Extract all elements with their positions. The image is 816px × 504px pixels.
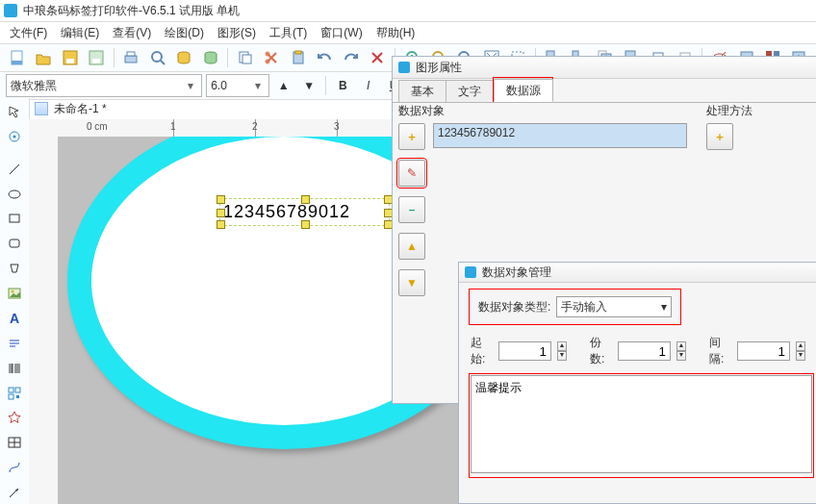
data-object-list-item[interactable]: 123456789012 bbox=[433, 123, 687, 148]
print-preview-button[interactable] bbox=[146, 46, 168, 69]
font-size-down-button[interactable]: ▼ bbox=[298, 74, 319, 97]
svg-line-9 bbox=[161, 61, 165, 64]
svg-point-78 bbox=[12, 290, 14, 293]
remove-data-button[interactable]: － bbox=[398, 196, 425, 223]
database-button[interactable] bbox=[173, 46, 195, 69]
window-titlebar: 中琅条码标签打印软件-V6.5.1 试用版 单机 bbox=[0, 0, 816, 22]
arrow-up-icon: ▲ bbox=[406, 239, 418, 253]
svg-rect-17 bbox=[295, 51, 301, 54]
tool-curve[interactable] bbox=[3, 456, 26, 479]
count-spinner[interactable]: ▲▼ bbox=[676, 341, 686, 361]
count-input[interactable] bbox=[618, 341, 671, 361]
side-toolbox: A bbox=[0, 98, 30, 504]
process-method-label: 处理方法 bbox=[706, 103, 810, 119]
menu-window[interactable]: 窗口(W) bbox=[315, 23, 368, 43]
separator bbox=[114, 48, 115, 67]
resize-handle[interactable] bbox=[301, 195, 310, 204]
properties-title-text: 图形属性 bbox=[416, 60, 462, 76]
move-up-button[interactable]: ▲ bbox=[398, 233, 425, 260]
resize-handle[interactable] bbox=[217, 195, 225, 204]
arrow-down-icon: ▼ bbox=[406, 276, 418, 290]
tool-target[interactable] bbox=[3, 125, 26, 148]
font-family-value: 微软雅黑 bbox=[11, 78, 57, 94]
tip-textarea[interactable] bbox=[471, 375, 812, 473]
menu-help[interactable]: 帮助(H) bbox=[370, 23, 421, 43]
menu-shape[interactable]: 图形(S) bbox=[212, 23, 262, 43]
undo-button[interactable] bbox=[314, 46, 336, 69]
tool-line[interactable] bbox=[3, 158, 26, 181]
properties-dialog-title[interactable]: 图形属性 bbox=[393, 57, 816, 79]
tool-pointer[interactable] bbox=[3, 100, 26, 123]
paste-button[interactable] bbox=[287, 46, 309, 69]
tool-star[interactable] bbox=[3, 406, 26, 429]
count-label: 份数: bbox=[590, 335, 612, 367]
save-as-button[interactable] bbox=[85, 46, 107, 69]
menu-edit[interactable]: 编辑(E) bbox=[55, 23, 105, 43]
document-tab-title[interactable]: 未命名-1 * bbox=[54, 101, 107, 117]
start-input[interactable] bbox=[498, 341, 551, 361]
svg-line-73 bbox=[10, 164, 19, 174]
start-spinner[interactable]: ▲▼ bbox=[557, 341, 567, 361]
svg-rect-13 bbox=[242, 55, 251, 63]
redo-button[interactable] bbox=[340, 46, 362, 69]
start-label: 起始: bbox=[471, 335, 493, 367]
dropdown-icon: ▾ bbox=[661, 300, 667, 314]
tool-richtext[interactable] bbox=[3, 332, 26, 355]
move-down-button[interactable]: ▼ bbox=[398, 269, 425, 296]
selection-rect bbox=[219, 198, 390, 226]
gap-label: 间隔: bbox=[709, 335, 731, 367]
data-type-select[interactable]: 手动输入 ▾ bbox=[556, 296, 672, 317]
cut-button[interactable] bbox=[261, 46, 283, 69]
tab-basic[interactable]: 基本 bbox=[398, 80, 446, 102]
add-process-button[interactable]: ＋ bbox=[706, 123, 733, 150]
gap-input[interactable] bbox=[737, 341, 790, 361]
font-family-select[interactable]: 微软雅黑 ▾ bbox=[6, 74, 202, 97]
menu-view[interactable]: 查看(V) bbox=[107, 23, 157, 43]
gap-spinner[interactable]: ▲▼ bbox=[796, 341, 805, 361]
tool-arrow[interactable] bbox=[3, 481, 26, 504]
data-object-manage-title[interactable]: 数据对象管理 bbox=[459, 263, 816, 283]
tool-roundrect[interactable] bbox=[3, 232, 26, 255]
resize-handle[interactable] bbox=[217, 220, 225, 229]
tool-text[interactable]: A bbox=[3, 307, 26, 330]
font-size-up-button[interactable]: ▲ bbox=[273, 74, 294, 97]
menu-file[interactable]: 文件(F) bbox=[4, 23, 53, 43]
edit-data-button[interactable]: ✎ bbox=[398, 160, 425, 187]
tool-image[interactable] bbox=[3, 282, 26, 305]
database2-button[interactable] bbox=[199, 46, 221, 69]
svg-rect-79 bbox=[9, 388, 13, 392]
new-file-button[interactable] bbox=[6, 46, 28, 69]
tool-table[interactable] bbox=[3, 431, 26, 454]
data-type-label: 数据对象类型: bbox=[478, 299, 550, 315]
data-object-manage-dialog[interactable]: 数据对象管理 数据对象类型: 手动输入 ▾ 起始: ▲▼ 份数: ▲▼ 间隔: … bbox=[458, 262, 816, 504]
menu-draw[interactable]: 绘图(D) bbox=[159, 23, 210, 43]
tab-text[interactable]: 文字 bbox=[446, 80, 494, 102]
resize-handle[interactable] bbox=[217, 209, 225, 217]
save-button[interactable] bbox=[59, 46, 81, 69]
menu-tool[interactable]: 工具(T) bbox=[264, 23, 313, 43]
data-type-value: 手动输入 bbox=[561, 299, 607, 315]
copy-button[interactable] bbox=[234, 46, 256, 69]
tool-rect[interactable] bbox=[3, 207, 26, 230]
dialog-icon bbox=[465, 266, 476, 278]
tool-barcode[interactable] bbox=[3, 357, 26, 380]
highlight-box: 数据源 bbox=[493, 77, 553, 102]
open-file-button[interactable] bbox=[32, 46, 54, 69]
resize-handle[interactable] bbox=[301, 220, 310, 229]
highlight-box: 数据对象类型: 手动输入 ▾ bbox=[471, 290, 679, 323]
italic-button[interactable]: I bbox=[358, 74, 379, 97]
svg-rect-1 bbox=[12, 61, 22, 64]
tool-qrcode[interactable] bbox=[3, 382, 26, 405]
data-object-manage-body: 数据对象类型: 手动输入 ▾ 起始: ▲▼ 份数: ▲▼ 间隔: ▲▼ bbox=[459, 283, 816, 484]
font-size-select[interactable]: 6.0 ▾ bbox=[206, 74, 268, 97]
svg-point-8 bbox=[152, 52, 162, 62]
tool-ellipse[interactable] bbox=[3, 183, 26, 206]
print-button[interactable] bbox=[120, 46, 142, 69]
delete-button[interactable] bbox=[366, 46, 388, 69]
add-data-button[interactable]: ＋ bbox=[398, 123, 425, 150]
tool-polygon[interactable] bbox=[3, 257, 26, 280]
tab-datasource[interactable]: 数据源 bbox=[494, 79, 553, 102]
bold-button[interactable]: B bbox=[332, 74, 353, 97]
dropdown-icon: ▾ bbox=[184, 76, 197, 95]
pencil-icon: ✎ bbox=[407, 166, 417, 180]
